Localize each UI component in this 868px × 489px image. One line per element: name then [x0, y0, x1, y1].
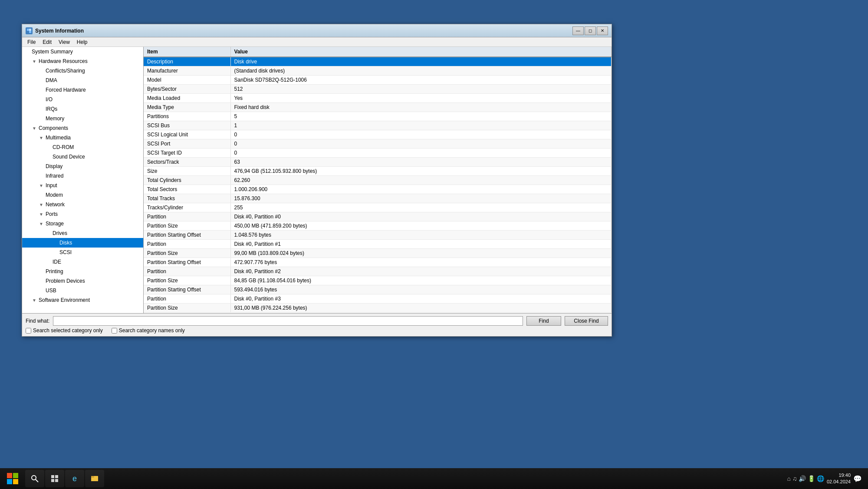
search-category-label: Search category names only — [119, 327, 185, 334]
cell-value: Fixed hard disk — [230, 103, 612, 112]
table-row[interactable]: DescriptionDisk drive — [144, 57, 612, 66]
tree-node-ide[interactable]: —IDE — [22, 257, 143, 267]
tree-node-drives[interactable]: —Drives — [22, 228, 143, 238]
table-row[interactable]: SCSI Bus1 — [144, 121, 612, 130]
tree-node-sound-device[interactable]: —Sound Device — [22, 152, 143, 162]
tree-label-irqs: IRQs — [45, 106, 57, 112]
tree-node-display[interactable]: —Display — [22, 162, 143, 171]
tree-node-problem-devices[interactable]: —Problem Devices — [22, 276, 143, 286]
table-row[interactable]: SCSI Port0 — [144, 139, 612, 149]
tree-node-cd-rom[interactable]: —CD-ROM — [22, 142, 143, 152]
table-row[interactable]: Media TypeFixed hard disk — [144, 103, 612, 112]
data-panel: Item Value DescriptionDisk driveManufact… — [144, 47, 612, 313]
cell-value: 84,85 GB (91.108.054.016 bytes) — [230, 276, 612, 285]
menu-bar: File Edit View Help — [22, 37, 612, 47]
tree-expander-ports[interactable]: ▼ — [38, 211, 45, 218]
taskbar-search[interactable] — [25, 470, 44, 487]
desktop: System Information — ◻ ✕ File Edit View … — [0, 0, 868, 489]
tree-node-multimedia[interactable]: ▼Multimedia — [22, 133, 143, 142]
tree-node-memory[interactable]: —Memory — [22, 114, 143, 123]
menu-help[interactable]: Help — [73, 38, 91, 46]
table-row[interactable]: Total Tracks15.876.300 — [144, 194, 612, 203]
tree-node-system-summary[interactable]: —System Summary — [22, 47, 143, 56]
table-row[interactable]: Tracks/Cylinder255 — [144, 203, 612, 212]
minimize-button[interactable]: — — [572, 26, 584, 35]
table-row[interactable]: Bytes/Sector512 — [144, 85, 612, 94]
table-row[interactable]: PartitionDisk #0, Partition #2 — [144, 267, 612, 276]
table-row[interactable]: ModelSanDisk SD7SB2Q-512G-1006 — [144, 76, 612, 85]
info-table: Item Value DescriptionDisk driveManufact… — [144, 47, 612, 313]
cell-value: 5 — [230, 112, 612, 121]
table-row[interactable]: Partition Starting Offset593.494.016 byt… — [144, 285, 612, 294]
taskbar-edge[interactable]: e — [65, 470, 84, 487]
table-row[interactable]: Sectors/Track63 — [144, 158, 612, 167]
tree-expander-software-environment[interactable]: ▼ — [31, 297, 38, 304]
restore-button[interactable]: ◻ — [585, 26, 596, 35]
cell-value: 15.876.300 — [230, 194, 612, 203]
close-button[interactable]: ✕ — [597, 26, 608, 35]
tree-node-input[interactable]: ▼Input — [22, 181, 143, 190]
tree-node-components[interactable]: ▼Components — [22, 123, 143, 133]
table-row[interactable]: Partition Starting Offset472.907.776 byt… — [144, 258, 612, 267]
tree-node-printing[interactable]: —Printing — [22, 267, 143, 276]
tree-expander-hardware-resources[interactable]: ▼ — [31, 58, 38, 65]
search-selected-checkbox[interactable] — [26, 328, 31, 334]
table-row[interactable]: Partition Size450,00 MB (471.859.200 byt… — [144, 221, 612, 231]
find-input[interactable] — [53, 316, 523, 326]
table-row[interactable]: SCSI Target ID0 — [144, 149, 612, 158]
cell-value: Disk drive — [230, 57, 612, 66]
menu-file[interactable]: File — [24, 38, 39, 46]
tree-node-usb[interactable]: —USB — [22, 286, 143, 295]
tree-node-infrared[interactable]: —Infrared — [22, 171, 143, 181]
tree-node-disks[interactable]: —Disks — [22, 238, 143, 248]
table-row[interactable]: SCSI Logical Unit0 — [144, 130, 612, 139]
table-row[interactable]: Partitions5 — [144, 112, 612, 121]
taskbar-explorer[interactable] — [85, 470, 104, 487]
table-row[interactable]: PartitionDisk #0, Partition #3 — [144, 294, 612, 304]
tree-node-modem[interactable]: —Modem — [22, 190, 143, 200]
system-information-window: System Information — ◻ ✕ File Edit View … — [22, 24, 612, 337]
tree-node-dma[interactable]: —DMA — [22, 76, 143, 85]
search-category-checkbox[interactable] — [112, 328, 117, 334]
tree-node-network[interactable]: ▼Network — [22, 200, 143, 209]
tray-notification[interactable]: 💬 — [853, 475, 862, 483]
table-row[interactable]: PartitionDisk #0, Partition #0 — [144, 212, 612, 221]
find-button[interactable]: Find — [526, 316, 561, 326]
tree-node-ports[interactable]: ▼Ports — [22, 209, 143, 219]
tree-label-hardware-resources: Hardware Resources — [38, 58, 88, 64]
table-row[interactable]: Partition Size99,00 MB (103.809.024 byte… — [144, 249, 612, 258]
start-button[interactable] — [2, 470, 23, 487]
table-row[interactable]: Media LoadedYes — [144, 94, 612, 103]
tree-panel[interactable]: —System Summary▼Hardware Resources—Confl… — [22, 47, 144, 313]
tree-node-conflicts-sharing[interactable]: —Conflicts/Sharing — [22, 66, 143, 76]
cell-value: 62.260 — [230, 176, 612, 185]
taskbar-taskview[interactable] — [45, 470, 64, 487]
tree-node-storage[interactable]: ▼Storage — [22, 219, 143, 228]
tree-expander-components[interactable]: ▼ — [31, 125, 38, 132]
tree-label-display: Display — [45, 163, 62, 169]
tree-node-io[interactable]: —I/O — [22, 95, 143, 104]
table-row[interactable]: Manufacturer(Standard disk drives) — [144, 66, 612, 76]
table-row[interactable]: PartitionDisk #0, Partition #1 — [144, 240, 612, 249]
table-row[interactable]: Size476,94 GB (512.105.932.800 bytes) — [144, 167, 612, 176]
tree-node-irqs[interactable]: —IRQs — [22, 104, 143, 114]
tree-expander-storage[interactable]: ▼ — [38, 220, 45, 227]
table-row[interactable]: Partition Size84,85 GB (91.108.054.016 b… — [144, 276, 612, 285]
menu-edit[interactable]: Edit — [39, 38, 55, 46]
table-row[interactable]: Total Cylinders62.260 — [144, 176, 612, 185]
search-category-checkbox-label[interactable]: Search category names only — [112, 327, 185, 334]
window-icon — [26, 27, 33, 34]
tree-expander-input[interactable]: ▼ — [38, 182, 45, 189]
close-find-button[interactable]: Close Find — [565, 316, 608, 326]
tree-expander-network[interactable]: ▼ — [38, 201, 45, 208]
menu-view[interactable]: View — [55, 38, 73, 46]
tree-node-scsi[interactable]: —SCSI — [22, 248, 143, 257]
table-row[interactable]: Total Sectors1.000.206.900 — [144, 185, 612, 194]
search-selected-checkbox-label[interactable]: Search selected category only — [26, 327, 103, 334]
tree-node-hardware-resources[interactable]: ▼Hardware Resources — [22, 56, 143, 66]
tree-expander-multimedia[interactable]: ▼ — [38, 134, 45, 141]
tree-node-software-environment[interactable]: ▼Software Environment — [22, 295, 143, 305]
tree-node-forced-hardware[interactable]: —Forced Hardware — [22, 85, 143, 95]
table-row[interactable]: Partition Size931,00 MB (976.224.256 byt… — [144, 304, 612, 313]
table-row[interactable]: Partition Starting Offset1.048.576 bytes — [144, 231, 612, 240]
